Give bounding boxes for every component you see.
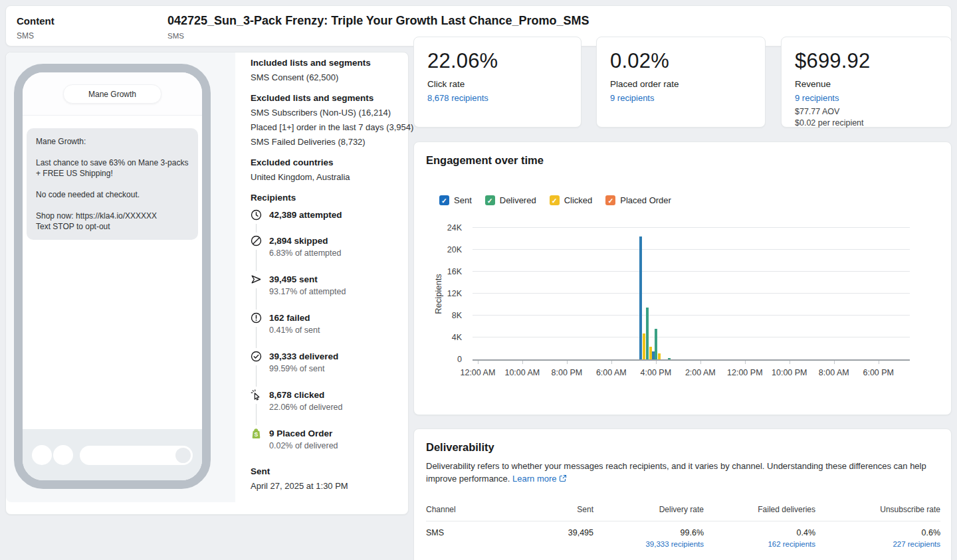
revenue-label: Revenue — [795, 79, 938, 89]
chart-ylabels: 04K8K12K16K20K24K — [414, 228, 467, 359]
deliverability-card: Deliverability Deliverability refers to … — [413, 428, 952, 560]
chart-gridline — [473, 293, 910, 294]
sent-heading: Sent — [251, 466, 407, 476]
x-tick-mark — [834, 361, 835, 364]
x-tick-label: 4:00 PM — [641, 368, 672, 377]
excluded-list-item: SMS Failed Deliveries (8,732) — [251, 135, 407, 149]
legend-label: Sent — [454, 195, 472, 205]
chart-gridline — [473, 227, 910, 228]
click-rate-value: 22.06% — [427, 49, 568, 73]
excluded-countries-value: United Kingdom, Australia — [251, 170, 407, 185]
included-lists-heading: Included lists and segments — [251, 58, 407, 68]
sms-message-line: Text STOP to opt-out — [36, 221, 189, 232]
legend-label: Delivered — [500, 195, 536, 205]
sms-message-line: Shop now: https://kla4.io/XXXXXX — [36, 211, 189, 221]
send-icon — [251, 274, 262, 285]
x-tick-mark — [745, 361, 746, 364]
failed-recipients-link[interactable]: 162 recipients — [704, 539, 815, 549]
funnel-step-skipped: 2,894 skipped 6.83% of attempted — [251, 235, 407, 260]
y-tick-label: 0 — [457, 355, 462, 364]
sms-message-line — [36, 200, 189, 211]
col-header-failed-deliveries: Failed deliveries — [704, 500, 815, 521]
legend-label: Placed Order — [620, 195, 671, 205]
camera-button-icon — [32, 445, 52, 465]
table-row: SMS 39,495 99.6% 39,333 recipients 0.4% … — [426, 521, 940, 556]
x-tick-label: 8:00 PM — [552, 368, 583, 377]
engagement-title: Engagement over time — [426, 154, 544, 167]
y-tick-label: 20K — [447, 245, 462, 254]
x-tick-label: 12:00 PM — [727, 368, 763, 377]
failed-icon — [251, 312, 262, 324]
apps-button-icon — [53, 445, 73, 465]
sms-message-line — [36, 147, 189, 157]
clicked-checkbox-icon[interactable] — [550, 195, 560, 205]
cell-failed-rate: 0.4% — [704, 528, 815, 538]
sms-message-line: No code needed at checkout. — [36, 189, 189, 200]
sent-timestamp: April 27, 2025 at 1:30 PM — [251, 479, 407, 494]
legend-item-placed-order[interactable]: Placed Order — [605, 195, 671, 205]
x-tick-mark — [611, 361, 612, 364]
click-rate-label: Click rate — [427, 79, 568, 89]
chart-bar-clicked — [649, 347, 652, 359]
x-tick-mark — [879, 361, 879, 364]
delivered-checkbox-icon[interactable] — [485, 195, 495, 205]
x-tick-label: 12:00 AM — [460, 368, 495, 377]
chart-plot — [473, 228, 910, 361]
phone-mockup: Mane Growth Mane Growth: Last chance to … — [14, 64, 211, 489]
sms-message-line: Last chance to save 63% on Mane 3-packs … — [36, 157, 189, 179]
cell-unsub-rate: 0.6% — [815, 528, 940, 538]
placed-order-checkbox-icon[interactable] — [605, 195, 615, 205]
x-tick-mark — [790, 361, 790, 364]
placed-order-recipients-link[interactable]: 9 recipients — [610, 93, 752, 103]
x-tick-label: 10:00 AM — [504, 368, 540, 377]
cell-channel: SMS — [426, 521, 512, 545]
x-tick-mark — [478, 361, 478, 364]
revenue-aov: $77.77 AOV — [795, 107, 938, 116]
y-tick-label: 4K — [452, 333, 462, 342]
legend-item-clicked[interactable]: Clicked — [550, 195, 593, 205]
phone-preview-panel: Mane Growth Mane Growth: Last chance to … — [6, 52, 235, 502]
external-link-icon[interactable] — [559, 473, 567, 486]
chart-gridline — [473, 271, 910, 272]
funnel-step-label: 39,333 delivered — [269, 351, 407, 363]
cell-sent: 39,495 — [512, 521, 593, 545]
chart-bar-delivered — [668, 358, 671, 359]
chart-bar-clicked — [643, 333, 645, 359]
excluded-list-item: SMS Subscribers (Non-US) (16,214) — [251, 106, 407, 120]
sent-checkbox-icon[interactable] — [439, 195, 449, 205]
revenue-recipients-link[interactable]: 9 recipients — [795, 93, 938, 103]
unsub-recipients-link[interactable]: 227 recipients — [815, 539, 940, 549]
content-preview-card: Mane Growth Mane Growth: Last chance to … — [5, 52, 409, 515]
x-tick-label: 10:00 PM — [772, 368, 807, 377]
funnel-step-sub: 6.83% of attempted — [269, 247, 407, 260]
funnel-step-sub: 93.17% of attempted — [269, 286, 407, 298]
legend-item-sent[interactable]: Sent — [439, 195, 472, 205]
x-tick-label: 8:00 AM — [819, 368, 849, 377]
message-input-placeholder — [80, 446, 193, 465]
recipients-heading: Recipients — [251, 193, 407, 203]
funnel-step-label: 39,495 sent — [269, 274, 407, 286]
legend-item-delivered[interactable]: Delivered — [485, 195, 536, 205]
funnel-step-placed-order: S 9 Placed Order 0.02% of delivered — [251, 428, 407, 452]
recipients-funnel: 42,389 attempted 2,894 skipped 6.83% of … — [251, 209, 407, 452]
sms-message-bubble: Mane Growth: Last chance to save 63% on … — [27, 128, 198, 240]
deliverability-description: Deliverability refers to whether your me… — [426, 460, 942, 486]
delivery-recipients-link[interactable]: 39,333 recipients — [593, 539, 704, 549]
excluded-list-item: Placed [1+] order in the last 7 days (3,… — [251, 120, 407, 135]
revenue-per-recipient: $0.02 per recipient — [795, 118, 938, 128]
skipped-icon — [251, 235, 262, 246]
placed-order-rate-label: Placed order rate — [610, 79, 752, 89]
x-tick-mark — [567, 361, 568, 364]
col-header-unsubscribe-rate: Unsubscribe rate — [815, 500, 940, 521]
phone-footer — [23, 429, 202, 480]
chart-bar-delivered — [655, 329, 657, 359]
excluded-lists-heading: Excluded lists and segments — [251, 93, 407, 103]
engagement-card: Engagement over time Sent Delivered Clic… — [413, 141, 952, 415]
deliverability-description-text: Deliverability refers to whether your me… — [426, 461, 926, 484]
clock-icon — [251, 209, 262, 221]
funnel-step-sub: 22.06% of delivered — [269, 401, 407, 414]
phone-header: Mane Growth — [23, 72, 202, 116]
learn-more-link[interactable]: Learn more — [512, 474, 556, 484]
shopify-icon: S — [251, 428, 262, 439]
click-rate-recipients-link[interactable]: 8,678 recipients — [427, 93, 568, 103]
